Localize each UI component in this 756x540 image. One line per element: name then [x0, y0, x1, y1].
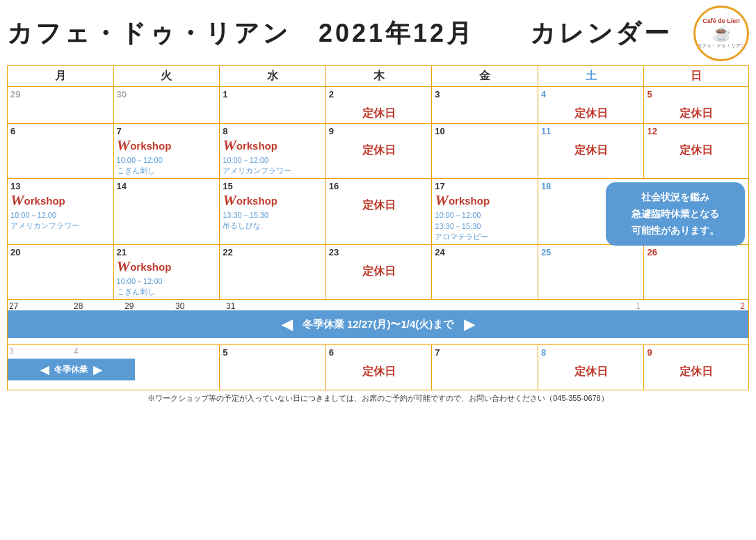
date-num: 6: [329, 347, 429, 358]
date-num: 21: [117, 247, 217, 257]
teikyu-label: 定休日: [329, 106, 429, 121]
footer-note: ※ワークショップ等の予定が入っていない日につきましては、お席のご予約が可能ですの…: [7, 393, 749, 404]
cell-dec26: 26: [644, 245, 749, 300]
date-num: 16: [329, 181, 429, 191]
workshop-label: Workshop: [10, 191, 111, 209]
cell-jan5: 5: [220, 345, 326, 390]
cell-dec6: 6: [8, 124, 114, 179]
workshop-label: Workshop: [435, 191, 535, 209]
cell-dec12: 12 定休日: [644, 124, 749, 179]
workshop-text: orkshop: [449, 195, 490, 207]
cell-winter-banner: 27 28 29 30 31 冬季休業 12/27(月)〜1/4(火)まで 1: [8, 300, 749, 345]
logo-cup-icon: ☕: [712, 24, 731, 42]
date-num: 3: [435, 89, 535, 100]
page: カフェ・ドゥ・リアン 2021年12月 カレンダー Café de Lien ☕…: [0, 0, 756, 540]
workshop-text: orkshop: [236, 140, 278, 152]
calendar-table: 月 火 水 木 金 土 日 29 30 1: [7, 65, 749, 390]
winter-banner: 冬季休業 12/27(月)〜1/4(火)まで: [8, 310, 748, 338]
col-wed: 水: [220, 66, 326, 87]
date-num: 6: [10, 126, 111, 136]
notice-box: 社会状況を鑑み急遽臨時休業となる可能性があります。: [606, 182, 745, 246]
date-num: 9: [647, 347, 746, 358]
workshop-text: orkshop: [24, 195, 65, 207]
date-num: 8: [223, 126, 323, 136]
teikyu-label: 定休日: [647, 106, 746, 121]
workshop-name: アロマテラピー: [435, 232, 535, 242]
date-num: 1: [223, 89, 323, 100]
date-num: 23: [329, 247, 429, 257]
date-num: 12: [647, 126, 746, 136]
logo-subtitle: カフェ・ドゥ・リアン: [697, 42, 746, 49]
teikyu-label: 定休日: [541, 106, 641, 121]
workshop-label: Workshop: [117, 257, 217, 276]
cell-dec22: 22: [220, 245, 326, 300]
table-row-winter2: 3 4 冬季休業 5 6 定休日 7: [8, 345, 749, 390]
winter-small-text: 冬季休業: [54, 364, 88, 376]
cell-dec10: 10: [432, 124, 538, 179]
workshop-time: 10:00－12:00: [435, 210, 535, 221]
cell-notice: 18 社会状況を鑑み急遽臨時休業となる可能性があります。: [538, 179, 748, 245]
workshop-w: W: [117, 257, 131, 276]
winter-small-banner: 冬季休業: [8, 359, 135, 381]
workshop-name: 吊るしびな: [223, 221, 323, 231]
page-title: カフェ・ドゥ・リアン 2021年12月 カレンダー: [7, 17, 672, 51]
table-row-winter: 27 28 29 30 31 冬季休業 12/27(月)〜1/4(火)まで 1: [8, 300, 749, 345]
cell-dec3: 3: [432, 87, 538, 124]
cell-dec2: 2 定休日: [325, 87, 432, 124]
workshop-label: Workshop: [223, 136, 323, 154]
date-num: 13: [10, 181, 111, 191]
col-tue: 火: [113, 66, 220, 87]
date-num: 11: [541, 126, 641, 136]
cell-dec1: 1: [220, 87, 326, 124]
workshop-name: こぎん刺し: [117, 166, 217, 176]
teikyu-label: 定休日: [541, 365, 641, 379]
date-num: 26: [647, 247, 746, 257]
logo-name: Café de Lien: [702, 17, 740, 24]
workshop-text: orkshop: [130, 261, 171, 273]
date-num: 7: [435, 347, 535, 358]
workshop-time2: 13:30－15:30: [435, 221, 535, 232]
workshop-text: orkshop: [130, 140, 171, 152]
table-row: 6 7 Workshop 10:00－12:00 こぎん刺し 8 Worksho…: [8, 124, 749, 179]
teikyu-label: 定休日: [541, 143, 641, 158]
date-num: 2: [329, 89, 429, 100]
cell-dec16: 16 定休日: [325, 179, 432, 245]
date-num: 15: [223, 181, 323, 191]
winter-banner-text: 冬季休業 12/27(月)〜1/4(火)まで: [303, 318, 454, 331]
workshop-name: アメリカンフラワー: [223, 166, 323, 176]
cell-dec4: 4 定休日: [538, 87, 644, 124]
workshop-text: orkshop: [236, 195, 278, 207]
workshop-time: 10:00－12:00: [223, 155, 323, 166]
cell-jan9: 9 定休日: [644, 345, 749, 390]
workshop-label: Workshop: [223, 191, 323, 209]
date-num: 24: [435, 247, 535, 257]
cell-dec8: 8 Workshop 10:00－12:00 アメリカンフラワー: [220, 124, 326, 179]
cell-jan8: 8 定休日: [538, 345, 644, 390]
date-num: 22: [223, 247, 323, 257]
workshop-w: W: [10, 191, 24, 209]
workshop-name: アメリカンフラワー: [10, 221, 111, 231]
table-row: 20 21 Workshop 10:00－12:00 こぎん刺し 22 23 定…: [8, 245, 749, 300]
col-mon: 月: [8, 66, 114, 87]
workshop-w: W: [117, 136, 131, 154]
date-num: 9: [329, 126, 429, 136]
teikyu-label: 定休日: [329, 365, 429, 379]
cell-dec21: 21 Workshop 10:00－12:00 こぎん刺し: [113, 245, 220, 300]
workshop-time: 10:00－12:00: [117, 155, 217, 166]
cell-dec24: 24: [432, 245, 538, 300]
cell-dec17: 17 Workshop 10:00－12:00 13:30－15:30 アロマテ…: [432, 179, 538, 245]
date-num: 30: [117, 89, 217, 100]
date-num: 17: [435, 181, 535, 191]
cell-dec5: 5 定休日: [644, 87, 749, 124]
teikyu-label: 定休日: [647, 143, 746, 158]
date-num: 25: [541, 247, 641, 257]
cell-dec7: 7 Workshop 10:00－12:00 こぎん刺し: [113, 124, 220, 179]
workshop-time: 10:00－12:00: [117, 276, 217, 287]
cell-dec25: 25: [538, 245, 644, 300]
col-thu: 木: [325, 66, 432, 87]
cell-dec23: 23 定休日: [325, 245, 432, 300]
cell-dec13: 13 Workshop 10:00－12:00 アメリカンフラワー: [8, 179, 114, 245]
date-num: 5: [223, 347, 323, 358]
date-num: 7: [117, 126, 217, 136]
col-sun: 日: [644, 66, 749, 87]
